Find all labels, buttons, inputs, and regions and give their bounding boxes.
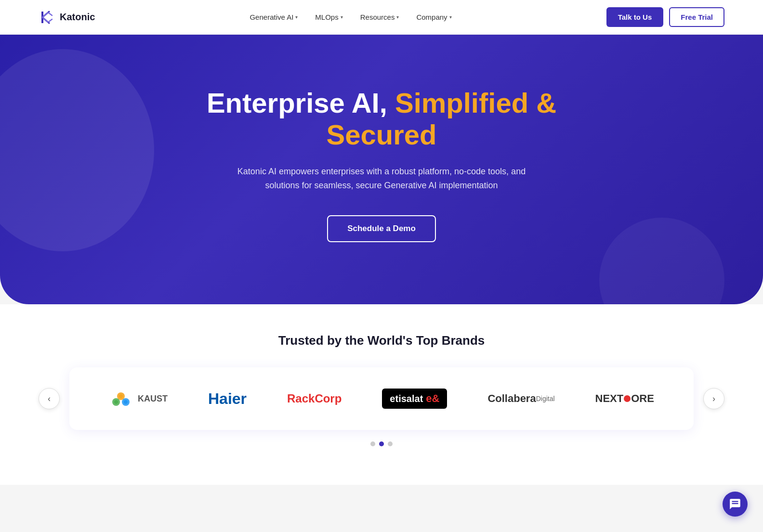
- brand-etisalat: etisalat e&: [382, 389, 447, 409]
- brands-section: Trusted by the World's Top Brands ‹ KAUS…: [0, 304, 763, 485]
- chevron-down-icon: ▾: [449, 14, 452, 20]
- hero-content: Enterprise AI, Simplified & Secured Kato…: [194, 87, 569, 243]
- nav-ctas: Talk to Us Free Trial: [606, 7, 724, 27]
- navbar: Katonic Generative AI ▾ MLOps ▾ Resource…: [0, 0, 763, 35]
- chat-button[interactable]: [723, 492, 748, 517]
- chevron-down-icon: ▾: [341, 14, 343, 20]
- brand-nextore: NEXT ORE: [595, 392, 654, 405]
- carousel-next-button[interactable]: ›: [703, 388, 724, 409]
- collabera-sub-text: Digital: [536, 395, 555, 402]
- carousel-dots: [39, 441, 724, 446]
- nav-mlops[interactable]: MLOps ▾: [315, 13, 342, 21]
- nextore-ore-text: ORE: [631, 392, 654, 405]
- chevron-down-icon: ▾: [295, 14, 298, 20]
- brands-card: KAUST Haier RackCorp etisalat e& Collabe…: [69, 367, 694, 430]
- free-trial-button[interactable]: Free Trial: [669, 7, 724, 27]
- schedule-demo-button[interactable]: Schedule a Demo: [327, 215, 436, 242]
- etisalat-logo-text: etisalat: [390, 393, 423, 404]
- carousel-dot-1[interactable]: [370, 441, 375, 446]
- nav-generative-ai[interactable]: Generative AI ▾: [250, 13, 298, 21]
- chevron-down-icon: ▾: [396, 14, 399, 20]
- kaust-logo-text: KAUST: [138, 394, 168, 404]
- carousel-dot-2[interactable]: [379, 441, 384, 446]
- svg-point-3: [119, 394, 123, 398]
- rackcorp-logo-text: RackCorp: [287, 392, 342, 405]
- hero-section: Enterprise AI, Simplified & Secured Kato…: [0, 35, 763, 304]
- brands-title: Trusted by the World's Top Brands: [39, 333, 724, 348]
- hero-bg-decoration-2: [599, 218, 724, 304]
- carousel-dot-3[interactable]: [388, 441, 393, 446]
- hero-title: Enterprise AI, Simplified & Secured: [194, 87, 569, 151]
- brand-haier: Haier: [208, 390, 247, 408]
- brand-kaust: KAUST: [109, 387, 168, 411]
- nav-links: Generative AI ▾ MLOps ▾ Resources ▾ Comp…: [250, 13, 451, 21]
- talk-to-us-button[interactable]: Talk to Us: [606, 7, 664, 27]
- svg-point-5: [124, 400, 128, 404]
- hero-bg-decoration: [0, 49, 154, 251]
- brand-rackcorp: RackCorp: [287, 392, 342, 405]
- nav-company[interactable]: Company ▾: [416, 13, 451, 21]
- carousel-prev-button[interactable]: ‹: [39, 388, 60, 409]
- svg-point-4: [114, 400, 118, 404]
- logo-text: Katonic: [60, 12, 95, 23]
- hero-subtitle: Katonic AI empowers enterprises with a r…: [227, 165, 536, 193]
- brands-carousel: ‹ KAUST Haier RackCorp: [39, 367, 724, 430]
- brand-collabera: Collabera Digital: [487, 392, 554, 405]
- haier-logo-text: Haier: [208, 390, 247, 408]
- logo[interactable]: Katonic: [39, 9, 95, 26]
- etisalat-box: etisalat e&: [382, 389, 447, 409]
- collabera-logo-text: Collabera: [487, 392, 536, 405]
- nextore-dot-icon: [624, 395, 631, 402]
- nav-resources[interactable]: Resources ▾: [360, 13, 399, 21]
- nextore-logo-text: NEXT: [595, 392, 624, 405]
- etisalat-icon: e&: [426, 392, 439, 405]
